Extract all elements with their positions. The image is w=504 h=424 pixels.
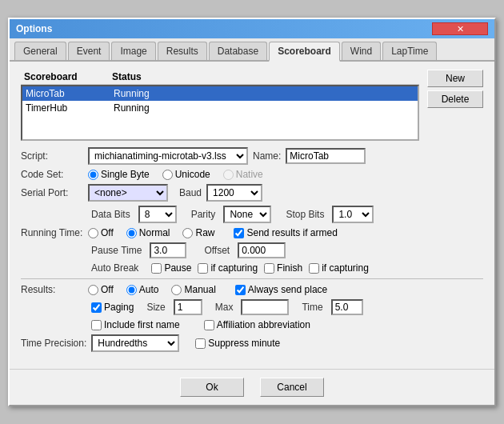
script-select[interactable]: michianatiming-microtab-v3.lss [88, 147, 248, 165]
col-status: Status [112, 71, 142, 82]
include-row: Include first name Affiliation abbreviat… [21, 319, 483, 330]
pause-check[interactable]: Pause [151, 262, 191, 274]
script-row: Script: michianatiming-microtab-v3.lss N… [21, 147, 483, 165]
stop-bits-select[interactable]: 1.0 [332, 206, 374, 223]
list-item[interactable]: TimerHub Running [22, 101, 418, 115]
tab-results[interactable]: Results [158, 42, 207, 60]
size-input[interactable] [174, 299, 202, 315]
item-name: MicroTab [26, 88, 114, 99]
auto-break-label: Auto Break [91, 262, 138, 274]
item-name: TimerHub [26, 102, 114, 114]
parity-select[interactable]: None [223, 206, 271, 223]
item-status: Running [114, 88, 150, 99]
serial-label: Serial Port: [21, 187, 83, 198]
tab-general[interactable]: General [14, 42, 66, 60]
close-button[interactable]: ✕ [432, 22, 488, 35]
running-time-label: Running Time: [21, 227, 83, 238]
size-label: Size [146, 302, 165, 313]
tab-scoreboard[interactable]: Scoreboard [269, 42, 340, 62]
codeset-row: Code Set: Single Byte Unicode Native [21, 169, 483, 180]
results-row: Results: Off Auto Manual Always send pla… [21, 284, 483, 295]
max-label: Max [215, 302, 234, 313]
parity-label: Parity [191, 209, 216, 220]
paging-row: Paging Size Max Time [21, 299, 483, 315]
affiliation-check[interactable]: Affiliation abbreviation [204, 319, 310, 330]
codeset-singlebyte[interactable]: Single Byte [88, 169, 150, 180]
window-title: Options [16, 23, 52, 34]
results-manual[interactable]: Manual [171, 284, 215, 295]
list-header: Scoreboard Status [21, 70, 419, 85]
if-capturing-check1[interactable]: if capturing [198, 262, 258, 274]
serial-row: Serial Port: <none> Baud 1200 [21, 184, 483, 202]
tab-image[interactable]: Image [111, 42, 155, 60]
rt-raw[interactable]: Raw [182, 227, 214, 238]
time-precision-select[interactable]: Hundredths [91, 334, 179, 352]
include-first-name-check[interactable]: Include first name [91, 319, 180, 330]
results-off[interactable]: Off [88, 284, 114, 295]
time-precision-label: Time Precision: [21, 338, 86, 349]
baud-select[interactable]: 1200 [206, 184, 262, 202]
delete-button[interactable]: Delete [427, 90, 483, 108]
finish-check[interactable]: Finish [264, 262, 302, 274]
codeset-unicode[interactable]: Unicode [162, 169, 210, 180]
always-send-place[interactable]: Always send place [235, 284, 327, 295]
rt-off[interactable]: Off [88, 227, 114, 238]
item-status: Running [114, 102, 150, 114]
titlebar: Options ✕ [10, 19, 494, 38]
data-bits-label: Data Bits [91, 209, 130, 220]
serial-port-select[interactable]: <none> [88, 184, 168, 202]
pause-time-label: Pause Time [91, 245, 142, 256]
stop-bits-label: Stop Bits [286, 209, 324, 220]
script-label: Script: [21, 150, 83, 162]
scoreboard-list-container: Scoreboard Status MicroTab Running Timer… [21, 70, 419, 141]
tab-database[interactable]: Database [209, 42, 267, 60]
tab-laptime[interactable]: LapTime [382, 42, 437, 60]
options-window: Options ✕ General Event Image Results Da… [8, 18, 496, 406]
name-input[interactable] [286, 148, 366, 164]
data-bits-select[interactable]: 8 [138, 206, 177, 223]
time-input[interactable] [331, 299, 363, 315]
scoreboard-buttons: New Delete [427, 70, 483, 141]
max-input[interactable] [241, 299, 289, 315]
scoreboard-list[interactable]: MicroTab Running TimerHub Running [21, 85, 419, 141]
bottom-buttons: Ok Cancel [10, 369, 494, 405]
bits-row: Data Bits 8 Parity None Stop Bits 1.0 [21, 206, 483, 223]
scoreboard-area: Scoreboard Status MicroTab Running Timer… [21, 70, 483, 141]
time-label: Time [302, 302, 322, 313]
paging-check[interactable]: Paging [91, 302, 134, 313]
content-area: Scoreboard Status MicroTab Running Timer… [10, 62, 494, 364]
ok-button[interactable]: Ok [180, 378, 244, 397]
tab-event[interactable]: Event [68, 42, 110, 60]
col-scoreboard: Scoreboard [24, 71, 112, 82]
codeset-native: Native [223, 169, 263, 180]
offset-label: Offset [204, 245, 230, 256]
name-label: Name: [253, 150, 281, 162]
tab-wind[interactable]: Wind [342, 42, 381, 60]
running-time-row: Running Time: Off Normal Raw Send result… [21, 227, 483, 238]
time-precision-row: Time Precision: Hundredths Suppress minu… [21, 334, 483, 352]
send-results-armed[interactable]: Send results if armed [234, 227, 337, 238]
results-label: Results: [21, 284, 83, 295]
codeset-label: Code Set: [21, 169, 83, 180]
auto-break-row: Auto Break Pause if capturing Finish if … [21, 262, 483, 274]
list-item[interactable]: MicroTab Running [22, 86, 418, 101]
new-button[interactable]: New [427, 70, 483, 87]
offset-input[interactable] [238, 242, 286, 258]
suppress-minute-check[interactable]: Suppress minute [195, 338, 280, 349]
rt-normal[interactable]: Normal [126, 227, 170, 238]
tab-bar: General Event Image Results Database Sco… [10, 38, 494, 62]
results-auto[interactable]: Auto [126, 284, 159, 295]
if-capturing-check2[interactable]: if capturing [309, 262, 369, 274]
pause-offset-row: Pause Time Offset [21, 242, 483, 258]
baud-label: Baud [179, 187, 202, 198]
pause-time-input[interactable] [150, 242, 186, 258]
cancel-button[interactable]: Cancel [260, 378, 324, 397]
